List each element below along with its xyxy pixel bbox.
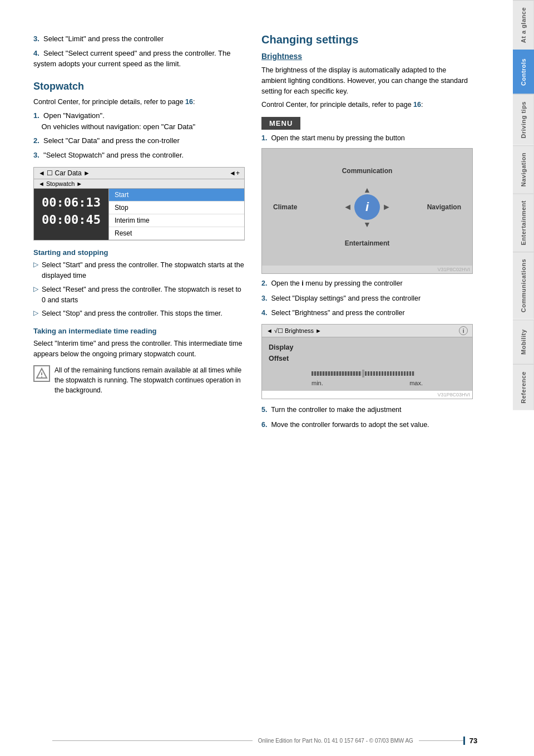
sw-time-display: 00:06:13 00:00:45: [34, 189, 108, 240]
step-4-number: 4.: [33, 49, 39, 57]
sw-header-left: ◄ ☐ Car Data ►: [38, 169, 90, 177]
sw-menu-interim[interactable]: Interim time: [109, 214, 244, 227]
bullet-start-text: Select "Start" and press the controller.…: [42, 260, 245, 281]
sw-header-icon: ◄+: [229, 169, 240, 177]
nav-entertainment-label: Entertainment: [345, 239, 390, 247]
slider-divider: [362, 370, 364, 377]
brightness-title: Brightness: [261, 52, 473, 61]
slider-min-label: min.: [312, 380, 323, 386]
sidebar-tab-mobility[interactable]: Mobility: [513, 320, 534, 364]
sw-menu-start[interactable]: Start: [109, 189, 244, 202]
sidebar-tab-navigation[interactable]: Navigation: [513, 145, 534, 193]
sidebar: At a glance Controls Driving tips Naviga…: [513, 0, 534, 756]
bullet-reset: ▷ Select "Reset" and press the controlle…: [33, 284, 245, 306]
bullet-start: ▷ Select "Start" and press the controlle…: [33, 260, 245, 281]
r-step-1-text: Open the start menu by pressing the butt…: [269, 134, 405, 142]
intermediate-title: Taking an intermediate time reading: [33, 327, 245, 335]
stopwatch-title: Stopwatch: [33, 81, 245, 92]
step-3-text: Select "Limit" and press the controller: [41, 35, 164, 43]
r-step-5: 5. Turn the controller to make the adjus…: [261, 405, 473, 415]
r-step-6-text: Move the controller forwards to adopt th…: [269, 421, 429, 429]
bullet-arrow-1: ▷: [33, 261, 38, 268]
page-footer: Online Edition for Part No. 01 41 0 157 …: [0, 737, 534, 745]
sw-menu[interactable]: Start Stop Interim time Reset: [108, 189, 244, 240]
brightness-screen-watermark: V31P8C03HVI: [262, 391, 472, 399]
step-3: 3. Select "Limit" and press the controll…: [33, 33, 245, 45]
brightness-control-center: Control Center, for principle details, r…: [261, 100, 473, 110]
sidebar-tab-at-a-glance[interactable]: At a glance: [513, 0, 534, 50]
sw-step-1-number: 1.: [33, 111, 39, 120]
intermediate-intro: Select "Interim time" and press the cont…: [33, 338, 245, 360]
nav-screen-watermark: V31P8C02HVI: [262, 266, 472, 273]
r-step-5-num: 5.: [261, 406, 267, 414]
sidebar-tab-entertainment[interactable]: Entertainment: [513, 193, 534, 252]
nav-empty-bottomright: [400, 227, 467, 260]
bullet-arrow-3: ▷: [33, 309, 38, 317]
footer-line-left: [52, 740, 253, 741]
sidebar-tab-reference[interactable]: Reference: [513, 364, 534, 410]
sw-menu-reset[interactable]: Reset: [109, 227, 244, 240]
note-icon: [33, 365, 50, 382]
nav-climate: Climate: [268, 188, 334, 227]
brightness-page-ref[interactable]: 16: [413, 101, 421, 109]
r-step-2-num: 2.: [261, 279, 267, 287]
slider-right: [365, 371, 415, 376]
r-step-4-num: 4.: [261, 309, 267, 317]
sw-step-3-number: 3.: [33, 151, 39, 159]
sw-header: ◄ ☐ Car Data ► ◄+: [34, 168, 244, 179]
note-text: All of the remaining functions remain av…: [55, 365, 245, 395]
r-step-4-text: Select "Brightness" and press the contro…: [269, 309, 405, 317]
brightness-body: Display Offset min. max.: [262, 337, 472, 391]
brightness-offset-label: Offset: [269, 353, 466, 364]
brightness-slider-area: min. max.: [269, 370, 466, 386]
r-step-3-num: 3.: [261, 294, 267, 302]
sw-menu-stop[interactable]: Stop: [109, 202, 244, 214]
r-step-2: 2. Open the i menu by pressing the contr…: [261, 278, 473, 289]
stopwatch-page-ref[interactable]: 16: [185, 98, 193, 106]
svg-point-2: [41, 376, 42, 377]
sw-step-1-text: Open "Navigation". On vehicles without n…: [33, 111, 195, 131]
r-step-5-text: Turn the controller to make the adjustme…: [269, 406, 402, 414]
nav-center-icon: ◄ i ► ▲ ▼: [334, 188, 400, 227]
sw-time2: 00:00:45: [42, 212, 101, 229]
nav-screen-grid: Communication Climate ◄ i ►: [262, 149, 472, 266]
brightness-header-icon: i: [459, 326, 468, 335]
footer-text: Online Edition for Part No. 01 41 0 157 …: [253, 738, 419, 744]
r-step-6-num: 6.: [261, 421, 267, 429]
starting-stopping-title: Starting and stopping: [33, 248, 245, 257]
slider-max-label: max.: [409, 380, 423, 386]
bullet-stop-text: Select "Stop" and press the controller. …: [42, 308, 222, 319]
nav-climate-label: Climate: [273, 203, 297, 211]
r-step-3: 3. Select "Display settings" and press t…: [261, 293, 473, 304]
r-step-2-text: Open the i menu by pressing the controll…: [269, 279, 403, 287]
page-number: 73: [463, 737, 482, 745]
stopwatch-intro: Control Center, for principle details, r…: [33, 97, 245, 107]
sidebar-tab-communications[interactable]: Communications: [513, 252, 534, 319]
menu-button[interactable]: MENU: [261, 117, 300, 130]
stopwatch-display: ◄ ☐ Car Data ► ◄+ ◄ Stopwatch ► 00:06:13…: [33, 167, 245, 240]
sw-step-1: 1. Open "Navigation". On vehicles withou…: [33, 110, 245, 132]
sidebar-tab-driving-tips[interactable]: Driving tips: [513, 94, 534, 145]
nav-communication: Communication: [334, 154, 400, 188]
sw-step-2-number: 2.: [33, 136, 39, 145]
bullet-reset-text: Select "Reset" and press the controller.…: [42, 284, 245, 306]
sw-step-2-text: Select "Car Data" and press the con-trol…: [41, 136, 179, 145]
brightness-screen-header: ◄ √☐ Brightness ► i: [262, 325, 472, 337]
r-step-4: 4. Select "Brightness" and press the con…: [261, 308, 473, 318]
nav-empty-topleft: [268, 154, 334, 188]
sw-body: 00:06:13 00:00:45 Start Stop Interim tim…: [34, 189, 244, 240]
nav-empty-topright: [400, 154, 467, 188]
slider-labels: min. max.: [312, 380, 423, 386]
nav-communication-label: Communication: [342, 167, 393, 175]
r-step-1-num: 1.: [261, 134, 267, 142]
r-step-6: 6. Move the controller forwards to adopt…: [261, 420, 473, 430]
sw-subheader: ◄ Stopwatch ►: [34, 179, 244, 189]
brightness-slider-track[interactable]: [312, 370, 423, 377]
note-box: All of the remaining functions remain av…: [33, 365, 245, 395]
footer-line-right: [419, 740, 463, 741]
sw-step-3: 3. "Select Stopwatch" and press the cont…: [33, 150, 245, 161]
sidebar-tab-controls[interactable]: Controls: [513, 50, 534, 94]
nav-empty-bottomleft: [268, 227, 334, 260]
nav-screen-display: Communication Climate ◄ i ►: [261, 148, 473, 274]
brightness-screen-display: ◄ √☐ Brightness ► i Display Offset min.: [261, 324, 473, 399]
